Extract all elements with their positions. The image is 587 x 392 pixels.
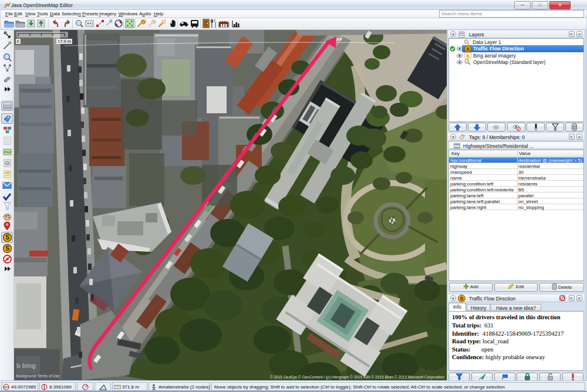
svg-text:S: S [460,296,463,302]
svg-text:b: b [467,53,470,59]
svg-text:b bing: b bing [16,362,36,369]
svg-text:0: 0 [17,39,19,44]
svg-text:S: S [5,245,9,252]
svg-text:17.9 m: 17.9 m [58,39,71,44]
svg-text:S: S [466,46,470,52]
svg-text:S: S [5,234,9,241]
svg-text:Background Terms of Use: Background Terms of Use [16,374,60,379]
svg-text:© 2015 GeoEye © GeoContent / (: © 2015 GeoEye © GeoContent / (p) Intergr… [270,375,444,380]
